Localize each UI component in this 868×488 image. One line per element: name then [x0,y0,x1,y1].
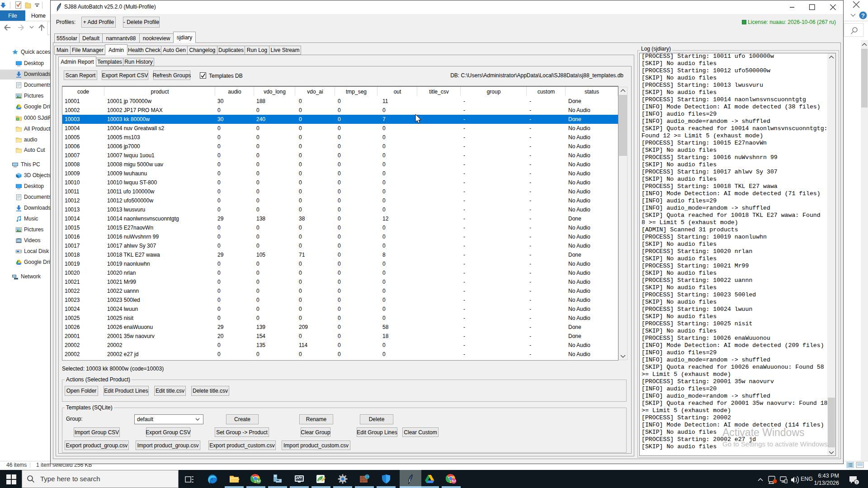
svg-text:?: ? [861,12,865,19]
svg-text:SJ: SJ [256,479,260,483]
svg-text:2: 2 [856,480,858,484]
svg-text:SJ: SJ [452,479,456,483]
